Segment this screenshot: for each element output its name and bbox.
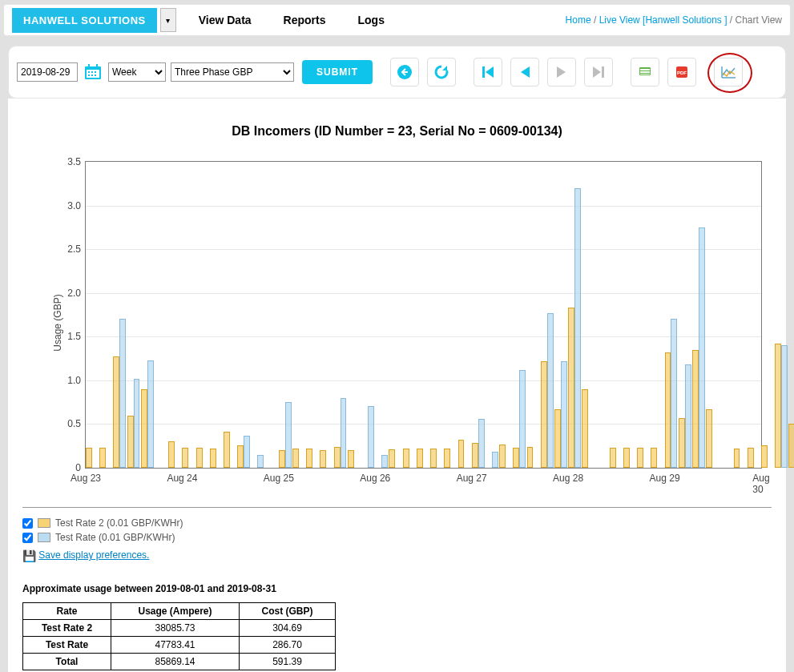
- legend-series1-label: Test Rate 2 (0.01 GBP/KWHr): [55, 517, 183, 529]
- save-icon: 💾: [22, 549, 36, 562]
- nav-logs[interactable]: Logs: [358, 14, 385, 26]
- toolbar: Week Three Phase GBP SUBMIT PDF: [8, 46, 786, 99]
- legend-series1-swatch: [38, 518, 50, 528]
- svg-rect-12: [602, 66, 604, 78]
- export-pdf-button[interactable]: PDF: [667, 58, 696, 87]
- legend-series2-label: Test Rate (0.01 GBP/KWHr): [55, 532, 175, 543]
- prev-button[interactable]: [510, 58, 539, 87]
- calendar-icon[interactable]: [83, 62, 103, 82]
- chart-view-button[interactable]: [714, 58, 743, 87]
- bc-home[interactable]: Home: [566, 14, 591, 26]
- th-rate: Rate: [23, 603, 111, 620]
- nav-reports[interactable]: Reports: [284, 14, 326, 26]
- svg-rect-9: [95, 74, 96, 76]
- y-axis-label: Usage (GBP): [52, 294, 63, 351]
- nav-view-data[interactable]: View Data: [199, 14, 252, 26]
- svg-rect-7: [88, 74, 90, 76]
- legend-series2-checkbox[interactable]: [22, 533, 33, 543]
- table-row: Test Rate 238085.73304.69: [23, 620, 336, 637]
- breadcrumb: Home / Live View [Hanwell Solutions ] / …: [566, 14, 782, 26]
- solutions-badge: HANWELL SOLUTIONS: [12, 8, 157, 33]
- legend: Test Rate 2 (0.01 GBP/KWHr) Test Rate (0…: [22, 517, 772, 562]
- table-row: Test Rate47783.41286.70: [23, 637, 336, 654]
- svg-text:PDF: PDF: [677, 70, 687, 75]
- next-button[interactable]: [547, 58, 576, 87]
- th-usage: Usage (Ampere): [111, 603, 240, 620]
- svg-rect-16: [640, 74, 650, 74]
- legend-series1-checkbox[interactable]: [22, 518, 33, 529]
- th-cost: Cost (GBP): [240, 603, 336, 620]
- back-button[interactable]: [390, 58, 419, 87]
- usage-table: Rate Usage (Ampere) Cost (GBP) Test Rate…: [22, 602, 336, 670]
- svg-rect-1: [87, 70, 99, 78]
- svg-rect-6: [95, 71, 96, 73]
- svg-rect-11: [482, 66, 485, 78]
- submit-button[interactable]: SUBMIT: [302, 60, 373, 84]
- chart-card: DB Incomers (ID Number = 23, Serial No =…: [8, 99, 786, 672]
- svg-rect-8: [91, 74, 93, 76]
- svg-rect-4: [88, 71, 90, 73]
- chart-title: DB Incomers (ID Number = 23, Serial No =…: [22, 124, 772, 139]
- usage-heading: Approximate usage between 2019-08-01 and…: [22, 583, 772, 594]
- interval-select[interactable]: Week: [108, 62, 166, 82]
- last-button[interactable]: [584, 58, 613, 87]
- mode-select[interactable]: Three Phase GBP: [171, 62, 294, 82]
- bc-current: Chart View: [736, 14, 782, 26]
- svg-rect-3: [96, 64, 98, 68]
- svg-rect-2: [88, 64, 90, 68]
- topbar: HANWELL SOLUTIONS ▾ View Data Reports Lo…: [3, 4, 791, 36]
- table-row: Total85869.14591.39: [23, 654, 336, 670]
- date-input[interactable]: [17, 62, 78, 82]
- bc-live[interactable]: Live View [Hanwell Solutions ]: [599, 14, 727, 26]
- export-csv-button[interactable]: [631, 58, 659, 87]
- svg-rect-14: [640, 69, 650, 70]
- chart: Usage (GBP) 00.51.01.52.02.53.03.5Aug 23…: [46, 155, 772, 491]
- save-preferences-link[interactable]: Save display preferences.: [38, 549, 149, 561]
- first-button[interactable]: [474, 58, 502, 87]
- svg-rect-15: [640, 71, 650, 73]
- legend-series2-swatch: [38, 533, 50, 542]
- solutions-dropdown[interactable]: ▾: [160, 8, 176, 32]
- refresh-button[interactable]: [427, 58, 456, 87]
- svg-rect-5: [91, 71, 93, 73]
